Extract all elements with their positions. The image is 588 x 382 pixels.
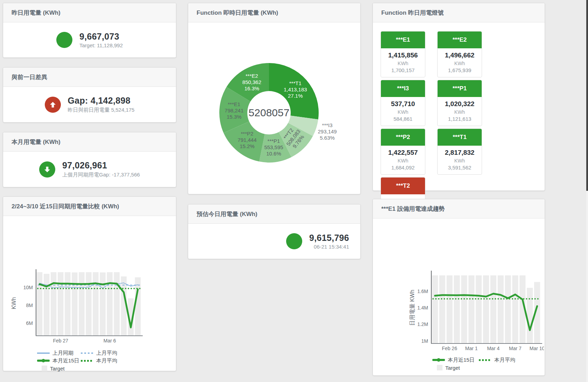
donut-slice-label-line: 10.6% [266,151,281,157]
status-tile-unit: KWh [381,109,425,115]
legend-item-line-green: 本月近15日 [37,357,81,364]
target-bar [483,275,489,343]
legend-label: 上月同期 [52,350,73,356]
x-tick-label: Mar 4 [487,346,500,351]
target-bar [468,275,474,343]
target-bar [86,272,91,336]
status-tile-target: 1,684,092 [381,165,425,171]
status-tile-name: ***T2 [381,178,425,194]
kpi-subtext: 06-21 15:34:41 [309,244,349,250]
donut-slice-label-line: 16.3% [245,85,260,91]
card-title: ***E1 設備用電達成趨勢 [373,199,545,218]
target-bar [439,275,445,343]
target-bar [51,272,56,336]
y-tick-label: 1.6M [417,289,428,294]
y-tick-label: 1.2M [417,321,428,327]
scrollbar-track[interactable] [586,0,588,382]
target-bar [447,275,453,343]
status-tile-target: 1,675,939 [438,67,482,73]
donut-slice-label: ***I3293,1495.63% [318,122,336,141]
legend-swatch-dot-green [479,359,491,361]
donut-slice-label-line: ***P2 [241,131,254,137]
target-bar [505,275,511,343]
card-title: 預估今日用電量 (KWh) [188,204,360,224]
kpi-subtext: Target: 11,128,992 [79,42,123,48]
card-e1-trend: ***E1 設備用電達成趨勢 1M1.2M1.4M1.6MFeb 26Mar 1… [373,199,545,376]
kpi-subtext: 昨日與前日用電量 5,524,175 [68,107,135,113]
donut-slice-label-line: 15.3% [227,114,242,120]
legend-item-square-gray: Target [37,364,85,372]
status-tile-name: ***P2 [381,129,425,146]
status-tile-unit: KWh [381,61,425,66]
legend-swatch-dash-blue [81,353,93,354]
legend-label: 本月近15日 [52,357,79,364]
donut-center-total: 5208057 [249,107,290,118]
target-bar [527,288,533,343]
card-realtime-donut: Function 即時日用電量 (KWh) ***T11,413,18327.1… [188,3,361,194]
card-15day-comparison: 2/24~3/10 近15日同期用電量比較 (KWh) 6M8M10MFeb 2… [3,196,176,371]
donut-slice-label-line: 27.1% [288,93,303,99]
kpi-value: 97,026,961 [62,160,140,171]
target-bar [498,275,504,343]
target-bar [58,272,63,336]
y-tick-label: 8M [26,303,33,308]
status-tile-grid: ***E11,415,856KWh1,700,157***E21,496,662… [373,22,545,223]
card-title: Function 即時日用電量 (KWh) [188,3,360,22]
status-tile-value: 2,817,832 [438,149,482,157]
target-bar [37,272,42,336]
legend-swatch-square-gray [42,366,47,371]
kpi-value: 9,667,073 [79,32,123,42]
status-tile-target: 1,700,157 [381,67,425,73]
card-estimate-today: 預估今日用電量 (KWh) 9,615,796 06-21 15:34:41 [188,204,361,259]
status-circle-icon [56,32,72,48]
legend-item-square-gray: Target [432,364,483,371]
status-tile-unit: KWh [438,61,482,66]
donut-slice-label-line: ***E2 [246,73,258,79]
kpi-value: 9,615,796 [309,233,349,243]
status-tile-value: 1,422,557 [381,149,425,157]
legend-item-dash-blue: 上月平均 [81,349,125,357]
status-tile-unit: KWh [438,158,482,164]
status-tile-T1: ***T12,817,832KWh3,591,562 [437,129,482,175]
status-tile-target: 584,861 [381,116,425,122]
legend-swatch-line-green [37,360,50,362]
status-tile-P2: ***P21,422,557KWh1,684,092 [381,129,425,175]
donut-slice-label-line: 850,362 [242,79,261,85]
status-tile-value: 1,496,662 [438,51,482,59]
target-bar [490,275,496,343]
target-bar [454,275,460,343]
status-tile-unit: KWh [381,158,425,164]
scrollbar-thumb[interactable] [586,0,588,191]
donut-slice-label-line: 293,149 [318,129,336,134]
status-tile-name: ***P1 [438,80,482,97]
donut-slice-label-line: ***I3 [322,122,333,128]
arrow-down-icon [39,161,55,178]
status-tile-target: 3,591,562 [438,165,482,171]
legend-label: 本月平均 [494,357,515,363]
comparison-line-chart: 6M8M10MFeb 27Mar 6KWh [3,216,175,346]
x-tick-label: Mar 1 [465,346,478,351]
status-tile-value: 1,415,856 [381,51,425,59]
legend-swatch-dot-green [81,360,93,362]
dashboard-page: 昨日用電量 (KWh) 9,667,073 Target: 11,128,992… [0,0,588,382]
card-day-gap: 與前一日差異 Gap: 4,142,898 昨日與前日用電量 5,524,175 [3,67,176,123]
status-tile-value: 1,020,322 [438,100,482,108]
status-tile-E1: ***E11,415,856KWh1,700,157 [381,31,425,77]
card-month-usage: 本月用電量 (KWh) 97,026,961 上個月同期用電Gap: -17,3… [3,132,176,187]
x-tick-label: Feb 27 [53,338,68,343]
target-bar [512,275,518,343]
x-tick-label: Mar 7 [509,346,522,351]
status-tile-I3: ***I3537,710KWh584,861 [381,80,425,126]
donut-slice-label-line: ***E1 [228,101,240,107]
donut-slice-label-line: ***T1 [289,80,302,86]
status-tile-unit: KWh [438,109,482,115]
card-title: 與前一日差異 [3,68,176,87]
legend-label: 本月平均 [96,357,117,364]
chart-legend: 本月近15日本月平均Target [432,356,530,371]
donut-slice-label-line: ***P1 [268,138,280,144]
card-yesterday-usage: 昨日用電量 (KWh) 9,667,073 Target: 11,128,992 [3,3,176,58]
status-tile-name: ***I3 [381,80,425,97]
y-tick-label: 6M [26,320,33,326]
y-axis-label: 日用電量 KWh [409,290,415,326]
legend-label: Target [50,366,65,371]
